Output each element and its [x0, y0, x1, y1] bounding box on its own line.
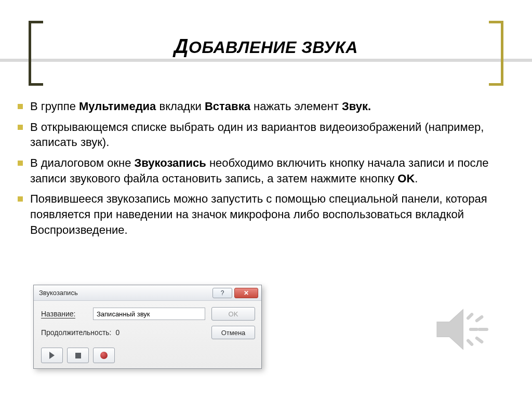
name-label: Название:	[41, 310, 93, 318]
stop-button[interactable]	[67, 348, 89, 363]
svg-line-1	[468, 314, 472, 318]
record-icon	[100, 352, 108, 359]
close-icon: ✕	[244, 289, 249, 297]
playback-controls	[41, 345, 255, 363]
svg-line-4	[477, 317, 482, 321]
svg-line-3	[468, 341, 472, 344]
svg-line-6	[477, 338, 482, 342]
slide: ДОБАВЛЕНИЕ ЗВУКА В группе Мультимедиа вк…	[0, 0, 532, 399]
page-title: ДОБАВЛЕНИЕ ЗВУКА	[57, 35, 475, 58]
titlebar: Звукозапись ? ✕	[34, 285, 261, 301]
stop-icon	[75, 353, 81, 358]
bullet-4: Появившееся звукозапись можно запустить …	[15, 191, 511, 237]
speaker-icon	[431, 298, 493, 363]
sound-recording-dialog: Звукозапись ? ✕ Название: OK Продолжител…	[33, 285, 262, 369]
bracket-right	[489, 21, 503, 86]
bracket-left	[29, 21, 43, 86]
play-button[interactable]	[41, 348, 63, 363]
title-leading-letter: Д	[174, 35, 189, 57]
close-button[interactable]: ✕	[234, 288, 258, 298]
bullet-2: В открывающемся списке выбрать один из в…	[15, 119, 511, 150]
dialog-title: Звукозапись	[39, 289, 210, 297]
svg-marker-0	[437, 310, 463, 350]
cancel-button[interactable]: Отмена	[211, 326, 255, 339]
decor-line	[0, 59, 532, 62]
help-button[interactable]: ?	[212, 288, 232, 298]
dialog-body: Название: OK Продолжительность: 0 Отмена	[34, 301, 261, 368]
content: В группе Мультимедиа вкладки Вставка наж…	[15, 99, 511, 243]
duration-label: Продолжительность:	[41, 328, 111, 337]
help-icon: ?	[221, 289, 224, 297]
play-icon	[49, 352, 55, 359]
duration-value: 0	[115, 328, 119, 337]
title-rest: ОБАВЛЕНИЕ ЗВУКА	[189, 38, 358, 57]
name-input[interactable]	[93, 308, 205, 320]
record-button[interactable]	[93, 348, 115, 363]
bullet-1: В группе Мультимедиа вкладки Вставка наж…	[15, 99, 511, 114]
bullet-3: В диалоговом окне Звукозапись необходимо…	[15, 155, 511, 186]
ok-button[interactable]: OK	[211, 307, 255, 321]
